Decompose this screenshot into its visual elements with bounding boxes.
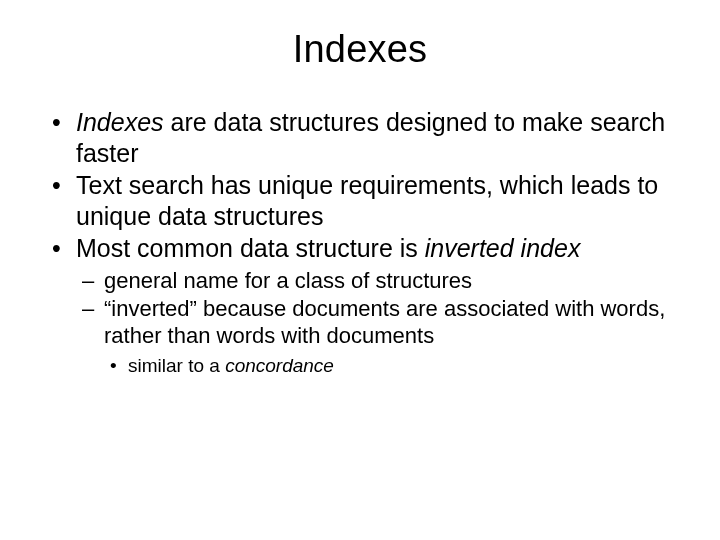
bullet-text: Text search has unique requirements, whi… xyxy=(76,171,658,230)
sub-bullet-text: general name for a class of structures xyxy=(104,268,472,293)
sub-bullet-item: “inverted” because documents are associa… xyxy=(76,296,672,377)
bullet-list: Indexes are data structures designed to … xyxy=(48,107,672,377)
sub-bullet-text: “inverted” because documents are associa… xyxy=(104,296,665,348)
bullet-item: Most common data structure is inverted i… xyxy=(48,233,672,377)
sub-sub-bullet-text-italic: concordance xyxy=(225,355,334,376)
bullet-text-italic: inverted index xyxy=(425,234,581,262)
sub-sub-bullet-item: similar to a concordance xyxy=(104,354,672,377)
slide-title: Indexes xyxy=(48,28,672,71)
bullet-item: Text search has unique requirements, whi… xyxy=(48,170,672,231)
bullet-text: Most common data structure is xyxy=(76,234,425,262)
bullet-text-italic: Indexes xyxy=(76,108,164,136)
slide: Indexes Indexes are data structures desi… xyxy=(0,0,720,540)
sub-bullet-item: general name for a class of structures xyxy=(76,268,672,295)
sub-sub-bullet-text: similar to a xyxy=(128,355,225,376)
bullet-text: are data structures designed to make sea… xyxy=(76,108,665,167)
sub-bullet-list: general name for a class of structures “… xyxy=(76,268,672,378)
sub-sub-bullet-list: similar to a concordance xyxy=(104,354,672,377)
bullet-item: Indexes are data structures designed to … xyxy=(48,107,672,168)
